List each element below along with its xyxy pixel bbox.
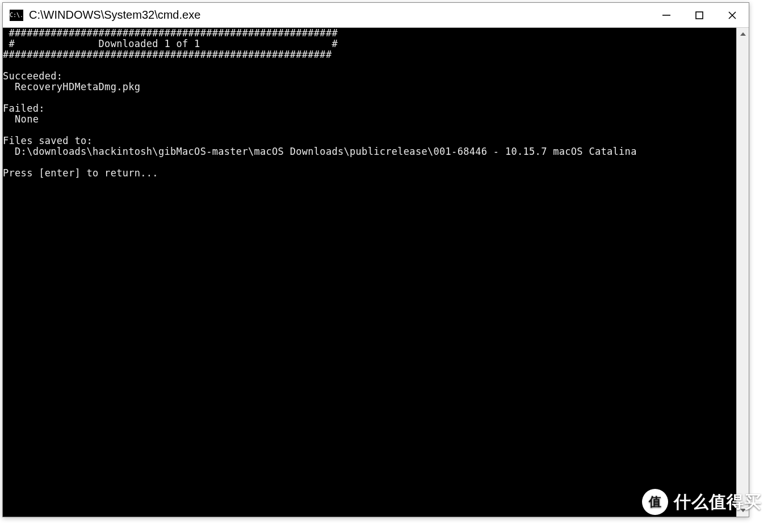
- maximize-icon: [695, 11, 703, 19]
- client-area: ########################################…: [3, 28, 749, 517]
- vertical-scrollbar[interactable]: [736, 28, 749, 517]
- window-title: C:\WINDOWS\System32\cmd.exe: [29, 9, 200, 22]
- close-icon: [728, 11, 736, 19]
- minimize-icon: [662, 15, 670, 16]
- svg-rect-0: [662, 15, 670, 16]
- titlebar[interactable]: C:\. C:\WINDOWS\System32\cmd.exe: [3, 3, 749, 28]
- scroll-track[interactable]: [737, 40, 749, 504]
- close-button[interactable]: [716, 3, 749, 28]
- maximize-button[interactable]: [683, 3, 716, 28]
- scroll-down-button[interactable]: [737, 504, 749, 517]
- cmd-app-icon: C:\.: [10, 10, 23, 21]
- scroll-up-button[interactable]: [737, 28, 749, 40]
- terminal-output[interactable]: ########################################…: [3, 28, 736, 517]
- svg-rect-1: [696, 12, 703, 19]
- chevron-up-icon: [740, 32, 746, 36]
- minimize-button[interactable]: [650, 3, 683, 28]
- cmd-window: C:\. C:\WINDOWS\System32\cmd.exe #######…: [2, 2, 749, 517]
- chevron-down-icon: [740, 509, 746, 512]
